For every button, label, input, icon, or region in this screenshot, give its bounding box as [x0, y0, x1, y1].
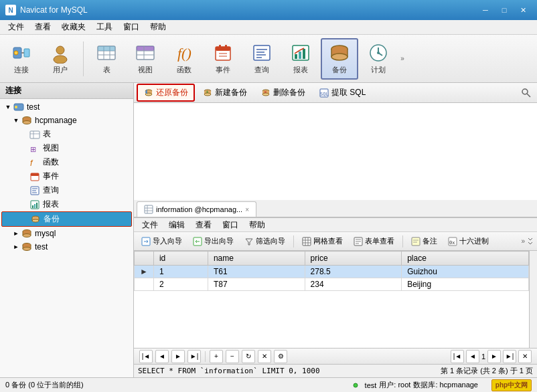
import-wizard-button[interactable]: 导入向导: [137, 234, 187, 248]
nav-add-button[interactable]: +: [210, 350, 223, 363]
minimize-button[interactable]: ─: [477, 3, 494, 17]
tab-bar: information @hcpmanag... ×: [134, 200, 537, 217]
new-backup-label: 新建备份: [215, 87, 247, 98]
cell-id[interactable]: 2: [153, 278, 208, 291]
form-icon: [354, 237, 363, 246]
cell-place[interactable]: Guizhou: [402, 266, 529, 278]
nav-refresh-button[interactable]: ↻: [242, 350, 255, 363]
svg-rect-30: [295, 54, 297, 59]
page-next-button[interactable]: ►: [487, 350, 501, 363]
tree-item-table-folder[interactable]: 表: [1, 127, 132, 141]
nav-cancel-button[interactable]: ✕: [258, 350, 271, 363]
toolbar-function[interactable]: f() 函数: [165, 38, 203, 80]
delete-backup-button[interactable]: × 删除备份: [254, 84, 311, 101]
cell-price[interactable]: 234: [305, 278, 402, 291]
toolbar-backup[interactable]: 备份: [321, 38, 358, 80]
table-row[interactable]: 2 T87 234 Beijing: [135, 278, 529, 291]
data-table-wrap[interactable]: id name price place ► 1 T61 278.5 Guizho: [134, 251, 529, 348]
cell-name[interactable]: T87: [208, 278, 305, 291]
col-header-place[interactable]: place: [402, 252, 529, 266]
tree-area[interactable]: ▼ test ▼: [0, 99, 133, 377]
tree-item-view-folder[interactable]: ⊞ 视图: [1, 141, 132, 155]
toolbar-table[interactable]: 表: [88, 38, 125, 80]
nav-last-button[interactable]: ►|: [187, 350, 201, 363]
query-menu-view[interactable]: 查看: [190, 218, 217, 232]
query-menu-file[interactable]: 文件: [137, 218, 163, 232]
tree-item-test-server[interactable]: ▼ test: [1, 100, 132, 114]
php-logo: php中文网: [491, 379, 532, 391]
tree-item-query-folder[interactable]: 查询: [1, 183, 132, 197]
tab-close-button[interactable]: ×: [245, 206, 249, 213]
page-first-button[interactable]: |◄: [451, 350, 464, 363]
status-connection: test: [365, 381, 377, 389]
tree-item-func-folder[interactable]: f 函数: [1, 155, 132, 169]
nav-settings-button[interactable]: ⚙: [274, 350, 287, 363]
toolbar-more[interactable]: »: [398, 35, 406, 82]
right-scrollbar[interactable]: [529, 251, 537, 348]
toolbar-connect[interactable]: 连接: [3, 38, 40, 80]
nav-next-button[interactable]: ►: [171, 350, 185, 363]
menu-file[interactable]: 文件: [3, 20, 29, 34]
toolbar-event[interactable]: 事件: [204, 38, 242, 80]
tree-label: 报表: [43, 199, 59, 210]
query-menu-help[interactable]: 帮助: [244, 218, 271, 232]
new-backup-button[interactable]: + 新建备份: [196, 84, 253, 101]
nav-delete-button[interactable]: −: [226, 350, 239, 363]
query-toolbar-scroll[interactable]: [526, 237, 534, 246]
connection-status-icon: [353, 381, 362, 390]
nav-first-button[interactable]: |◄: [139, 350, 153, 363]
backup-icon: [329, 42, 350, 64]
search-button[interactable]: [518, 86, 534, 100]
export-wizard-button[interactable]: 导出向导: [188, 234, 238, 248]
tree-item-hcpmanage[interactable]: ▼ hcpmanage: [1, 114, 132, 127]
col-header-name[interactable]: name: [208, 252, 305, 266]
cell-id[interactable]: 1: [153, 266, 208, 278]
close-button[interactable]: ✕: [514, 3, 532, 17]
menu-view[interactable]: 查看: [29, 20, 56, 34]
menu-favorites[interactable]: 收藏夹: [56, 20, 91, 34]
nav-prev-button[interactable]: ◄: [155, 350, 169, 363]
right-panel: 还原备份 + 新建备份: [134, 83, 537, 377]
toolbar-view[interactable]: 视图: [127, 38, 164, 80]
svg-point-71: [23, 234, 31, 237]
maximize-button[interactable]: □: [495, 3, 513, 17]
query-menu-edit[interactable]: 编辑: [163, 218, 190, 232]
toolbar-report[interactable]: 报表: [282, 38, 319, 80]
toolbar-schedule[interactable]: 计划: [360, 38, 397, 80]
tree-item-report-folder[interactable]: 报表: [1, 197, 132, 211]
col-header-id[interactable]: id: [153, 252, 208, 266]
menu-window[interactable]: 窗口: [118, 20, 145, 34]
toolbar-query[interactable]: 查询: [243, 38, 281, 80]
col-header-empty: [135, 252, 154, 266]
svg-point-3: [14, 51, 18, 55]
grid-view-button[interactable]: 网格查看: [297, 234, 348, 248]
tree-label: 事件: [43, 171, 59, 182]
restore-backup-button[interactable]: 还原备份: [137, 84, 195, 102]
tree-item-mysql[interactable]: ► mysql: [1, 227, 132, 240]
svg-point-46: [23, 121, 31, 124]
tree-item-backup-folder[interactable]: 备份: [1, 211, 132, 227]
cell-place[interactable]: Beijing: [402, 278, 529, 291]
page-last-button[interactable]: ►|: [503, 350, 516, 363]
page-prev-button[interactable]: ◄: [466, 350, 479, 363]
query-menu-window[interactable]: 窗口: [217, 218, 244, 232]
query-folder-icon: [29, 185, 40, 196]
hex-button[interactable]: 0x 十六进制: [443, 234, 493, 248]
backup-count: 0 备份 (0 位于当前的组): [5, 380, 84, 390]
tree-item-test-db[interactable]: ► test: [1, 240, 132, 254]
menu-help[interactable]: 帮助: [145, 20, 171, 34]
form-view-button[interactable]: 表单查看: [349, 234, 399, 248]
query-toolbar-more[interactable]: »: [521, 237, 525, 245]
menu-tools[interactable]: 工具: [91, 20, 118, 34]
col-header-price[interactable]: price: [305, 252, 402, 266]
filter-wizard-button[interactable]: 筛选向导: [240, 234, 290, 248]
toolbar-user[interactable]: 用户: [42, 38, 79, 80]
memo-button[interactable]: 备注: [406, 234, 442, 248]
tree-item-event-folder[interactable]: 事件: [1, 169, 132, 183]
cell-name[interactable]: T61: [208, 266, 305, 278]
table-row[interactable]: ► 1 T61 278.5 Guizhou: [135, 266, 529, 278]
query-tab[interactable]: information @hcpmanag... ×: [137, 201, 256, 217]
cell-price[interactable]: 278.5: [305, 266, 402, 278]
extract-sql-button[interactable]: SQL 提取 SQL: [313, 84, 372, 101]
page-close-button[interactable]: ✕: [518, 350, 532, 363]
